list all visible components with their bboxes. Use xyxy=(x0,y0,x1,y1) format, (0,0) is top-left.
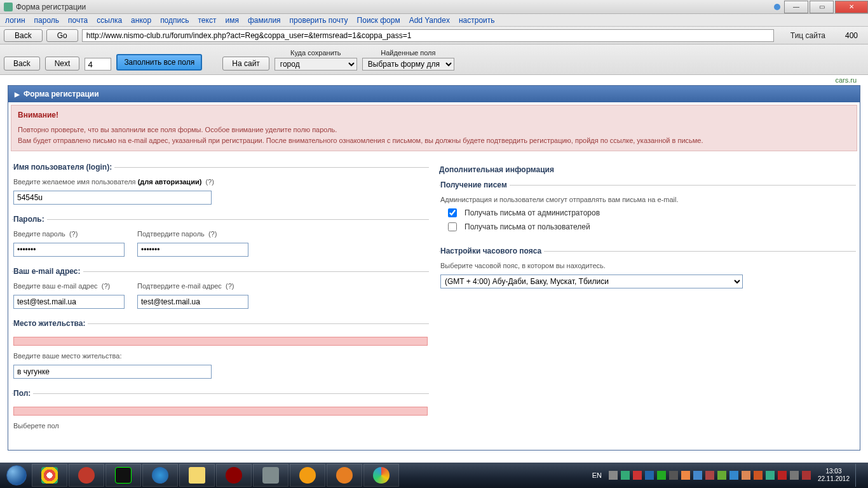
tray-icon[interactable] xyxy=(742,471,750,480)
save-where-select[interactable]: город xyxy=(275,58,357,71)
timezone-hint: Выберите часовой пояс, в котором вы нахо… xyxy=(440,262,855,269)
task-chrome[interactable] xyxy=(32,464,67,487)
tab-indicator[interactable] xyxy=(774,4,783,10)
alert-line1: Повторно проверьте, что вы заполнили все… xyxy=(18,125,850,135)
task-app2[interactable] xyxy=(253,464,288,487)
tray-icon[interactable] xyxy=(802,471,811,480)
tray-icon[interactable] xyxy=(754,471,763,480)
fill-all-button[interactable]: Заполнить все поля xyxy=(116,54,202,71)
sub-back-button[interactable]: Back xyxy=(4,57,40,71)
menu-mail[interactable]: почта xyxy=(68,16,88,25)
menu-findforms[interactable]: Поиск форм xyxy=(357,16,400,25)
alert-line2: Вам будет отправлено письмо на e-mail ад… xyxy=(18,135,850,146)
task-terminal[interactable] xyxy=(105,464,141,487)
username-hint: Введите желаемое имя пользователя xyxy=(13,178,138,186)
task-opera[interactable] xyxy=(69,464,104,487)
menu-addyandex[interactable]: Add Yandex xyxy=(409,16,450,25)
username-hint-bold: (для авторизации) xyxy=(138,178,202,186)
menu-name[interactable]: имя xyxy=(225,16,238,25)
alert-title: Внимание! xyxy=(18,111,850,119)
timezone-legend: Настройки часового пояса xyxy=(440,247,544,255)
email-input[interactable] xyxy=(13,295,125,309)
menu-surname[interactable]: фамилия xyxy=(248,16,281,25)
language-indicator[interactable]: EN xyxy=(592,471,602,479)
tray-icon[interactable] xyxy=(766,471,775,480)
maximize-button[interactable]: ▭ xyxy=(810,1,834,13)
taskbar: EN 13:03 22.11.2012 xyxy=(0,463,868,488)
task-app3[interactable] xyxy=(290,464,325,487)
menu-text[interactable]: текст xyxy=(198,16,217,25)
tray-icon[interactable] xyxy=(778,471,787,480)
panel-title: Форма регистрации xyxy=(24,90,99,98)
username-input[interactable] xyxy=(13,191,212,205)
tray-icon[interactable] xyxy=(645,471,654,480)
password-legend: Пароль: xyxy=(13,215,47,224)
user-mail-checkbox[interactable] xyxy=(448,222,457,231)
tray-icon[interactable] xyxy=(729,471,738,480)
task-explorer[interactable] xyxy=(179,464,215,487)
tray-icon[interactable] xyxy=(669,471,678,480)
back-button[interactable]: Back xyxy=(4,29,43,42)
tray-icon[interactable] xyxy=(705,471,714,480)
location-fieldset: Место жительства: Введите ваше место жит… xyxy=(12,319,429,380)
tray-icon[interactable] xyxy=(790,471,799,480)
password-label: Введите пароль xyxy=(13,230,65,238)
menu-password[interactable]: пароль xyxy=(34,16,60,25)
timezone-select[interactable]: (GMT + 4:00) Абу-Даби, Баку, Мускат, Тби… xyxy=(440,274,743,288)
tray-icon[interactable] xyxy=(657,471,666,480)
password-confirm-label: Подтвердите пароль xyxy=(137,230,205,238)
content-area: cars.ru ▶ Форма регистрации Внимание! По… xyxy=(0,75,868,463)
show-desktop-button[interactable] xyxy=(855,464,862,487)
tray-icon[interactable] xyxy=(681,471,690,480)
error-bar xyxy=(13,337,428,346)
help-icon[interactable]: (?) xyxy=(69,230,78,238)
tray-icon[interactable] xyxy=(633,471,642,480)
help-icon[interactable]: (?) xyxy=(208,230,217,238)
alert-box: Внимание! Повторно проверьте, что вы зап… xyxy=(11,105,857,151)
tray-icon[interactable] xyxy=(621,471,630,480)
task-ie[interactable] xyxy=(142,464,178,487)
password-input[interactable] xyxy=(13,243,125,257)
task-app1[interactable] xyxy=(216,464,252,487)
help-icon[interactable]: (?) xyxy=(102,282,110,290)
gender-legend: Пол: xyxy=(13,389,33,398)
clock[interactable]: 13:03 22.11.2012 xyxy=(818,468,850,483)
start-button[interactable] xyxy=(3,464,31,487)
collapse-arrow-icon: ▶ xyxy=(15,91,20,98)
password-fieldset: Пароль: Введите пароль (?) Подтвердите п… xyxy=(12,215,429,258)
tic-label: Тиц сайта xyxy=(790,31,825,40)
help-icon[interactable]: (?) xyxy=(205,178,214,186)
page-number-input[interactable] xyxy=(85,58,111,71)
user-mail-label: Получать письма от пользователей xyxy=(465,222,590,231)
email-confirm-label: Подтвердите e-mail адрес xyxy=(137,282,222,290)
save-where-label: Куда сохранить xyxy=(290,49,341,57)
close-button[interactable]: ✕ xyxy=(835,1,868,13)
to-site-button[interactable]: На сайт xyxy=(222,57,269,71)
tray-icon[interactable] xyxy=(609,471,618,480)
panel-header[interactable]: ▶ Форма регистрации xyxy=(8,86,860,102)
task-app4[interactable] xyxy=(327,464,362,487)
email-fieldset: Ваш e-mail адрес: Введите ваш e-mail адр… xyxy=(12,267,429,310)
tray-icon[interactable] xyxy=(717,471,726,480)
go-button[interactable]: Go xyxy=(46,29,78,42)
menu-caption[interactable]: подпись xyxy=(160,16,189,25)
sub-next-button[interactable]: Next xyxy=(45,57,80,71)
minimize-button[interactable]: — xyxy=(784,1,808,13)
url-input[interactable] xyxy=(82,29,774,42)
admin-mail-checkbox[interactable] xyxy=(448,208,457,217)
email-confirm-input[interactable] xyxy=(137,295,248,309)
menu-checkmail[interactable]: проверить почту xyxy=(290,16,348,25)
task-paint[interactable] xyxy=(363,464,399,487)
tray-icon[interactable] xyxy=(693,471,702,480)
location-input[interactable] xyxy=(13,365,212,379)
menu-link[interactable]: ссылка xyxy=(97,16,122,25)
external-link[interactable]: cars.ru xyxy=(8,75,860,85)
password-confirm-input[interactable] xyxy=(137,243,248,257)
system-tray: EN 13:03 22.11.2012 xyxy=(592,464,865,487)
error-bar xyxy=(13,407,428,416)
menu-anchor[interactable]: анкор xyxy=(131,16,151,25)
help-icon[interactable]: (?) xyxy=(226,282,234,290)
menu-settings[interactable]: настроить xyxy=(459,16,495,25)
menu-login[interactable]: логин xyxy=(5,16,25,25)
found-fields-select[interactable]: Выбрать форму для сох xyxy=(362,58,454,71)
